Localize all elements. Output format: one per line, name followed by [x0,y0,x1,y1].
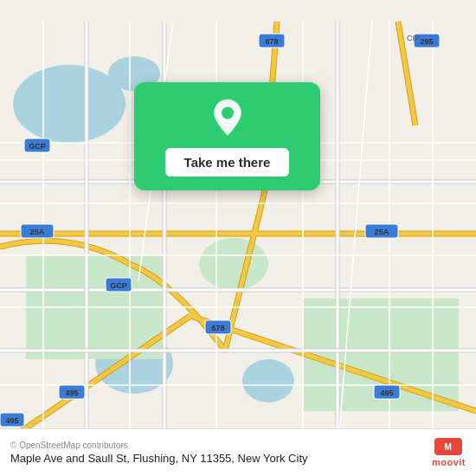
svg-text:25A: 25A [375,228,389,236]
take-me-there-button[interactable]: Take me there [165,148,290,177]
action-card: Take me there [134,82,320,190]
map-svg: 678 295 678 GCP 25A 25A GCP 678 495 495 … [0,0,476,476]
location-address: Maple Ave and Saull St, Flushing, NY 113… [10,452,308,465]
svg-text:678: 678 [211,324,224,332]
svg-point-3 [242,359,294,402]
bottom-info-bar: © OpenStreetMap contributors Maple Ave a… [0,428,476,476]
location-info: © OpenStreetMap contributors Maple Ave a… [10,441,308,465]
svg-text:GCP: GCP [110,281,127,290]
svg-text:495: 495 [5,416,18,425]
moovit-icon: M [434,438,462,455]
svg-text:495: 495 [65,389,78,397]
svg-text:CIP: CIP [407,34,420,42]
osm-attribution: © OpenStreetMap contributors [10,441,308,450]
moovit-label: moovit [432,457,466,467]
svg-text:678: 678 [265,37,278,46]
svg-text:GCP: GCP [29,142,46,151]
svg-point-6 [199,238,268,290]
svg-point-69 [222,106,234,119]
svg-text:295: 295 [420,37,433,46]
svg-text:25A: 25A [30,228,45,236]
map-container: 678 295 678 GCP 25A 25A GCP 678 495 495 … [0,0,476,476]
location-pin-icon [207,98,248,139]
svg-text:M: M [445,442,453,452]
moovit-logo: M moovit [432,438,466,467]
svg-text:495: 495 [380,389,393,397]
